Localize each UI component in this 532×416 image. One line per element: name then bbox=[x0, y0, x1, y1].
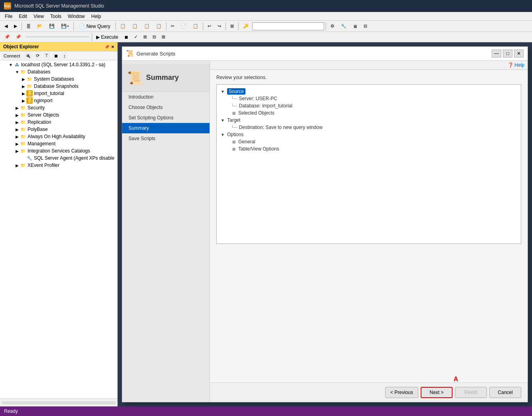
tree-ngimport[interactable]: ▶ 🗄 ngimport bbox=[0, 97, 117, 104]
filter-btn[interactable]: ⊤ bbox=[43, 52, 51, 59]
expander-security[interactable]: ▶ bbox=[14, 105, 20, 111]
dialog-close-btn[interactable]: ✕ bbox=[514, 50, 524, 57]
target-expander[interactable]: ▼ bbox=[220, 117, 225, 123]
disconnect-btn[interactable]: 🔌 bbox=[23, 52, 33, 59]
nav-introduction[interactable]: Introduction bbox=[122, 92, 210, 102]
monitor-btn[interactable]: 🖥 bbox=[350, 23, 360, 30]
search-input[interactable] bbox=[252, 22, 324, 30]
save-btn[interactable]: 💾 bbox=[46, 22, 57, 30]
undo-btn[interactable]: ↩ bbox=[205, 22, 214, 30]
connect-button[interactable]: Connect bbox=[2, 53, 22, 59]
database-node-label: Database: import_tutorial bbox=[239, 103, 293, 109]
tree-security[interactable]: ▶ 📁 Security bbox=[0, 104, 117, 111]
menu-window[interactable]: Window bbox=[65, 13, 88, 20]
db-btn[interactable]: 🗄 bbox=[24, 23, 34, 30]
copy-btn[interactable]: 📄 bbox=[178, 22, 189, 30]
expander-server[interactable]: ▼ bbox=[8, 62, 14, 67]
expander-xevent[interactable]: ▶ bbox=[14, 162, 20, 168]
view-btn[interactable]: ⊟ bbox=[361, 22, 370, 30]
summary-btn[interactable]: ⊞ bbox=[227, 22, 237, 30]
expander-databases[interactable]: ▼ bbox=[14, 69, 20, 75]
open-btn[interactable]: 📂 bbox=[34, 22, 45, 30]
polybase-icon: 📁 bbox=[20, 126, 26, 133]
tree-import-tutorial[interactable]: ▶ 🗄 import_tutorial bbox=[0, 90, 117, 97]
expander-integration[interactable]: ▶ bbox=[14, 148, 20, 154]
tree-polybase[interactable]: ▶ 📁 PolyBase bbox=[0, 126, 117, 133]
toolbar-btn3[interactable]: 📋 bbox=[141, 22, 152, 30]
menu-file[interactable]: File bbox=[2, 13, 16, 20]
grid-btn2[interactable]: ⊟ bbox=[150, 33, 159, 41]
nav-choose-objects[interactable]: Choose Objects bbox=[122, 102, 210, 113]
stop-oe-btn[interactable]: ⏹ bbox=[52, 53, 60, 59]
main-toolbar: ◀ ▶ 🗄 📂 💾 💾+ 📄 New Query 📋 📋 📋 📋 ✂ 📄 📋 ↩… bbox=[0, 21, 532, 32]
menu-view[interactable]: View bbox=[30, 13, 47, 20]
pin2-btn[interactable]: 📌 bbox=[13, 33, 24, 41]
tree-replication[interactable]: ▶ 📁 Replication bbox=[0, 119, 117, 126]
key-btn[interactable]: 🔑 bbox=[240, 22, 251, 30]
cut-btn[interactable]: ✂ bbox=[168, 22, 177, 30]
forward-btn[interactable]: ▶ bbox=[11, 22, 20, 30]
grid-btn3[interactable]: ⊞ bbox=[159, 33, 168, 41]
options-expander[interactable]: ▼ bbox=[220, 132, 225, 137]
grid-btn1[interactable]: ⊞ bbox=[140, 33, 150, 41]
dialog-maximize-btn[interactable]: □ bbox=[503, 50, 512, 57]
menu-edit[interactable]: Edit bbox=[16, 13, 30, 20]
tree-system-dbs[interactable]: ▶ 📁 System Databases bbox=[0, 75, 117, 83]
oe-pin-icon[interactable]: 📌 bbox=[105, 45, 109, 49]
redo-btn[interactable]: ↪ bbox=[215, 22, 224, 30]
server-node-label: Server: USER-PC bbox=[239, 96, 277, 101]
tree-db-snapshots[interactable]: ▶ 📁 Database Snapshots bbox=[0, 83, 117, 90]
expander-ngimport[interactable]: ▶ bbox=[21, 98, 26, 103]
paste-btn[interactable]: 📋 bbox=[190, 22, 201, 30]
menu-help[interactable]: Help bbox=[88, 13, 105, 20]
expander-import[interactable]: ▶ bbox=[21, 91, 26, 96]
general-expander[interactable]: ⊞ bbox=[231, 139, 237, 145]
back-btn[interactable]: ◀ bbox=[2, 22, 10, 30]
prop-btn[interactable]: ⚙ bbox=[328, 22, 337, 30]
toolbar-btn1[interactable]: 📋 bbox=[117, 22, 129, 30]
tableview-expander[interactable]: ⊞ bbox=[231, 146, 237, 152]
expander-polybase[interactable]: ▶ bbox=[14, 127, 20, 132]
nav-summary[interactable]: Summary bbox=[122, 123, 210, 133]
tree-management[interactable]: ▶ 📁 Management bbox=[0, 140, 117, 147]
expander-serverobj[interactable]: ▶ bbox=[14, 112, 20, 118]
tree-server[interactable]: ▼ 🖧 localhost (SQL Server 14.0.3391.2 - … bbox=[0, 61, 117, 68]
save-all-btn[interactable]: 💾+ bbox=[58, 22, 72, 30]
expander-alwayson[interactable]: ▶ bbox=[14, 134, 20, 139]
expander-snapshots[interactable]: ▶ bbox=[21, 83, 26, 89]
expander-systemdbs[interactable]: ▶ bbox=[21, 76, 26, 82]
help-link[interactable]: ❓ Help bbox=[508, 62, 524, 68]
finish-button[interactable]: Finish bbox=[455, 387, 487, 398]
tree-server-objects[interactable]: ▶ 📁 Server Objects bbox=[0, 111, 117, 119]
source-expander[interactable]: ▼ bbox=[220, 89, 225, 94]
check-btn[interactable]: ✓ bbox=[131, 33, 140, 41]
cancel-button[interactable]: Cancel bbox=[489, 387, 521, 398]
snapshots-label: Database Snapshots bbox=[34, 83, 78, 89]
oe-scrollbar[interactable] bbox=[2, 401, 116, 404]
tree-databases[interactable]: ▼ 📁 Databases bbox=[0, 68, 117, 75]
toolbar-btn2[interactable]: 📋 bbox=[129, 22, 140, 30]
tree-sqlagent[interactable]: 🔧 SQL Server Agent (Agent XPs disable bbox=[0, 155, 117, 162]
tree-alwayson[interactable]: ▶ 📁 Always On High Availability bbox=[0, 133, 117, 140]
expander-replication[interactable]: ▶ bbox=[14, 119, 20, 125]
nav-set-scripting-options[interactable]: Set Scripting Options bbox=[122, 113, 210, 123]
oe-close-icon[interactable]: ✕ bbox=[111, 45, 114, 49]
dialog-minimize-btn[interactable]: — bbox=[492, 50, 501, 57]
next-button[interactable]: Next > bbox=[421, 387, 453, 398]
new-query-button[interactable]: 📄 New Query bbox=[75, 22, 114, 30]
sync-btn[interactable]: ↕ bbox=[61, 53, 68, 59]
expander-management[interactable]: ▶ bbox=[14, 141, 20, 147]
tree-xevent[interactable]: ▶ 📁 XEvent Profiler bbox=[0, 162, 117, 169]
execute-button[interactable]: ▶ Execute bbox=[93, 34, 121, 41]
diag-btn[interactable]: 🔧 bbox=[338, 22, 349, 30]
menu-tools[interactable]: Tools bbox=[47, 13, 65, 20]
tree-integration[interactable]: ▶ 📁 Integration Services Catalogs bbox=[0, 147, 117, 155]
dialog-footer: A < Previous Next > Finish Cancel bbox=[210, 382, 528, 402]
selected-expander[interactable]: ⊞ bbox=[231, 110, 237, 116]
pin-btn[interactable]: 📌 bbox=[2, 33, 13, 41]
toolbar-btn4[interactable]: 📋 bbox=[153, 22, 164, 30]
nav-save-scripts[interactable]: Save Scripts bbox=[122, 133, 210, 144]
refresh-oe-btn[interactable]: ⟳ bbox=[34, 52, 42, 59]
previous-button[interactable]: < Previous bbox=[385, 387, 418, 398]
stop-btn[interactable]: ⏹ bbox=[121, 34, 131, 41]
